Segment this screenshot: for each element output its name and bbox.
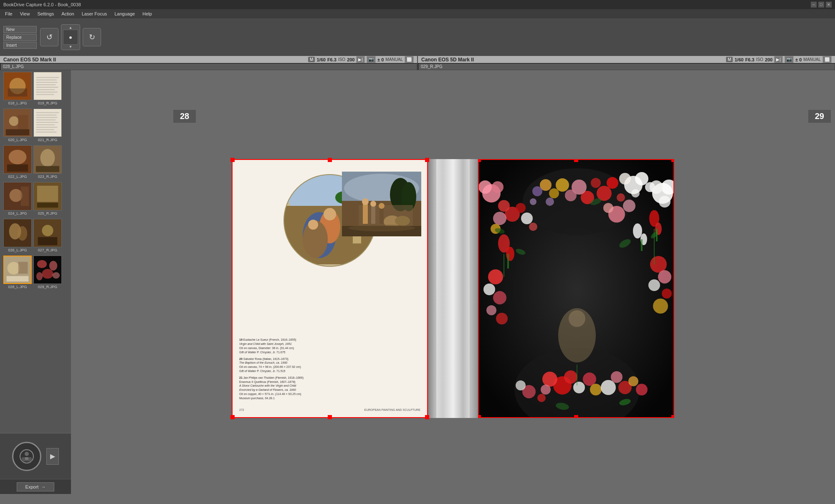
svg-rect-15 xyxy=(6,129,29,136)
camera-right-capture-btn[interactable]: 📷 xyxy=(784,56,794,63)
svg-point-113 xyxy=(546,198,554,206)
corner-handle-tc[interactable] xyxy=(328,158,332,162)
main-capture-button[interactable] xyxy=(12,442,41,471)
corner-handle-r-tc[interactable] xyxy=(574,159,578,162)
thumb-label-024L: 024_L.JPG xyxy=(8,211,27,215)
minimize-button[interactable]: ─ xyxy=(811,2,817,8)
thumb-label-019R: 019_R.JPG xyxy=(38,101,58,105)
thumb-img-023R xyxy=(33,145,62,174)
rotate-left-button[interactable]: ↺ xyxy=(40,28,58,46)
thumb-023R[interactable]: 023_R.JPG xyxy=(33,145,62,179)
svg-point-158 xyxy=(569,310,585,327)
camera-left-m: M xyxy=(308,57,315,62)
svg-rect-19 xyxy=(36,117,57,118)
menu-action[interactable]: Action xyxy=(58,10,78,17)
svg-point-153 xyxy=(483,284,495,295)
thumb-024L[interactable]: 024_L.JPG xyxy=(3,182,32,215)
svg-point-129 xyxy=(521,213,533,224)
svg-point-96 xyxy=(635,172,648,185)
menu-help[interactable]: Help xyxy=(139,10,155,17)
camera-right-header: Canon EOS 5D Mark II M 1/60 F6.3 ISO 200… xyxy=(418,56,835,63)
svg-point-84 xyxy=(395,216,410,226)
thumb-020L[interactable]: 020_L.JPG xyxy=(3,109,32,142)
thumb-026L[interactable]: 026_L.JPG xyxy=(3,219,32,252)
thumb-019R[interactable]: 019_R.JPG xyxy=(33,72,62,105)
svg-rect-11 xyxy=(36,94,54,95)
rotate-right-button[interactable]: ↻ xyxy=(83,28,101,46)
left-page: 19 Eustache Le Sueur (French, 1616–1655)… xyxy=(232,159,428,418)
corner-handle-br[interactable] xyxy=(425,415,429,419)
svg-rect-77 xyxy=(363,203,368,224)
title-bar: BookDrive Capture 6.2.0 - Book_0038 ─ □ … xyxy=(0,0,835,9)
corner-handle-tl[interactable] xyxy=(230,158,235,162)
camera-right-video-btn[interactable]: ▶| xyxy=(774,56,783,63)
camera-left-stats: M 1/60 F6.3 ISO 200 ▶| 📷 ± 0 MANUAL ⬜ xyxy=(308,56,414,63)
close-button[interactable]: ✕ xyxy=(826,2,832,8)
menu-laser-focus[interactable]: Laser Focus xyxy=(78,10,111,17)
thumb-022L[interactable]: 022_L.JPG xyxy=(3,145,32,179)
svg-rect-23 xyxy=(36,127,57,128)
thumb-row-1: 018_L.JPG xyxy=(0,70,71,107)
thumb-label-026L: 026_L.JPG xyxy=(8,248,27,252)
thumb-label-025R: 025_R.JPG xyxy=(38,211,58,215)
svg-point-33 xyxy=(10,189,23,202)
thumb-029R[interactable]: 029_R.JPG xyxy=(33,256,62,289)
camera-left-capture-btn[interactable]: 📷 xyxy=(367,56,376,63)
capture-button[interactable]: ● xyxy=(63,30,78,45)
cameras-row: Canon EOS 5D Mark II M 1/60 F6.3 ISO 200… xyxy=(0,56,835,70)
corner-handle-bc[interactable] xyxy=(328,415,332,419)
svg-point-131 xyxy=(529,223,537,231)
thumb-018L[interactable]: 018_L.JPG xyxy=(3,72,32,105)
camera-left-video-btn[interactable]: ▶| xyxy=(356,56,365,63)
svg-point-148 xyxy=(658,270,671,284)
svg-rect-43 xyxy=(38,237,58,245)
play-button[interactable]: ▶ xyxy=(46,448,59,465)
svg-point-138 xyxy=(590,384,602,395)
corner-handle-tr[interactable] xyxy=(425,158,429,162)
page-number-left: 28 xyxy=(173,110,196,123)
svg-point-27 xyxy=(9,150,27,165)
menu-file[interactable]: File xyxy=(2,10,16,17)
maximize-button[interactable]: □ xyxy=(818,2,824,8)
thumb-label-021R: 021_R.JPG xyxy=(38,138,58,142)
svg-point-151 xyxy=(653,299,668,314)
book-spread: 19 Eustache Le Sueur (French, 1616–1655)… xyxy=(232,159,674,418)
export-button[interactable]: Export → xyxy=(17,482,55,491)
svg-point-149 xyxy=(648,279,660,291)
svg-rect-28 xyxy=(7,165,28,172)
svg-point-154 xyxy=(493,291,506,304)
svg-point-128 xyxy=(493,212,506,225)
svg-rect-6 xyxy=(36,82,57,83)
thumb-row-6: 028_L.JPG 029_R.JPG xyxy=(0,254,71,291)
svg-point-150 xyxy=(662,289,672,299)
svg-rect-8 xyxy=(36,87,58,88)
corner-handle-bl[interactable] xyxy=(230,415,235,419)
new-button[interactable]: New xyxy=(3,26,37,33)
sidebar: 018_L.JPG xyxy=(0,70,71,494)
replace-button[interactable]: Replace xyxy=(3,34,37,41)
svg-rect-22 xyxy=(36,124,55,125)
thumbnail-scroll[interactable]: 018_L.JPG xyxy=(0,70,71,433)
svg-rect-18 xyxy=(36,115,57,116)
spine-svg xyxy=(428,159,478,418)
camera-left-settings-btn[interactable]: ⬜ xyxy=(405,56,414,63)
thumb-027R[interactable]: 027_R.JPG xyxy=(33,219,62,252)
svg-point-102 xyxy=(591,178,601,188)
svg-rect-10 xyxy=(36,92,57,93)
camera-right-stats: M 1/60 F6.3 ISO 200 ▶| 📷 ± 0 MANUAL ⬜ xyxy=(726,56,832,63)
svg-rect-21 xyxy=(36,122,58,123)
thumb-025R[interactable]: 025_R.JPG xyxy=(33,182,62,215)
menu-settings[interactable]: Settings xyxy=(34,10,57,17)
camera-left-exposure: ± 0 xyxy=(377,57,384,62)
svg-rect-9 xyxy=(36,89,55,90)
thumb-028L[interactable]: 028_L.JPG xyxy=(3,256,32,289)
corner-handle-r-tl[interactable] xyxy=(478,159,481,162)
svg-point-144 xyxy=(636,384,648,395)
camera-right-iso-value: 200 xyxy=(765,57,772,62)
page-footer-left: 272 EUROPEAN PAINTING AND SCULPTURE xyxy=(239,408,420,411)
insert-button[interactable]: Insert xyxy=(3,42,37,49)
thumb-021R[interactable]: 021_R.JPG xyxy=(33,109,62,142)
menu-view[interactable]: View xyxy=(17,10,33,17)
camera-right-settings-btn[interactable]: ⬜ xyxy=(822,56,832,63)
menu-language[interactable]: Language xyxy=(111,10,138,17)
